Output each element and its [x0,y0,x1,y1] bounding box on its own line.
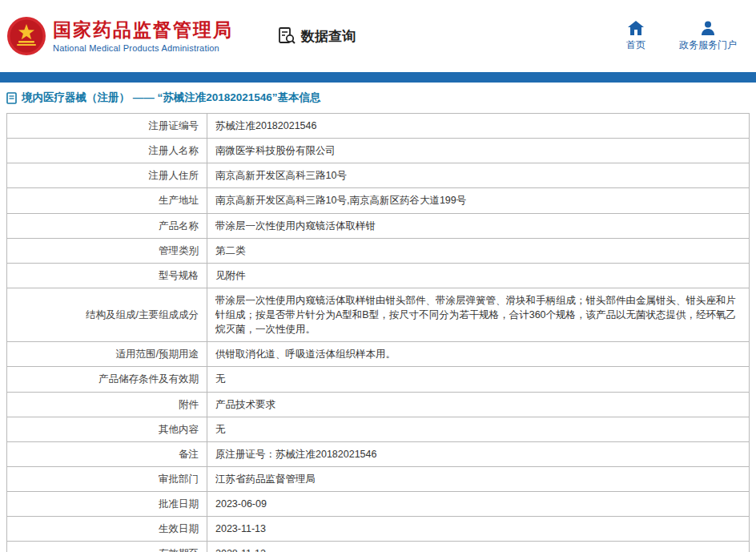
row-label: 附件 [7,392,207,417]
data-query-icon [277,26,296,46]
table-row: 有效期至2028-11-12 [7,542,750,552]
site-title: 国家药品监督管理局 [53,19,233,42]
row-label: 管理类别 [7,238,207,263]
table-row: 批准日期2023-06-09 [7,492,750,517]
row-value: 带涂层一次性使用内窥镜活体取样钳 [207,213,750,238]
table-row: 注册人名称南微医学科技股份有限公司 [7,139,750,163]
page-header: 国家药品监督管理局 National Medical Products Admi… [0,0,756,72]
row-value: 见附件 [207,263,750,288]
site-subtitle: National Medical Products Administration [53,43,233,53]
data-query-label: 数据查询 [301,27,356,46]
row-label: 结构及组成/主要组成成分 [7,288,207,341]
table-row: 注册证编号苏械注准20182021546 [7,114,750,139]
table-row: 附件产品技术要求 [7,392,750,417]
table-row: 生产地址南京高新开发区高科三路10号,南京高新区药谷大道199号 [7,188,750,213]
row-label: 批准日期 [7,492,207,517]
row-label: 注册人名称 [7,139,207,163]
breadcrumb: 境内医疗器械（注册） —— “苏械注准20182021546”基本信息 [0,83,756,111]
table-row: 注册人住所南京高新开发区高科三路10号 [7,163,750,188]
info-table-body: 注册证编号苏械注准20182021546注册人名称南微医学科技股份有限公司注册人… [7,114,750,552]
header-nav: 首页 政务服务门户 [620,21,745,52]
brand-text: 国家药品监督管理局 National Medical Products Admi… [53,19,233,53]
document-icon [6,92,17,104]
row-value: 带涂层一次性使用内窥镜活体取样钳由钳头部件、带涂层弹簧管、滑块和手柄组成；钳头部… [207,288,750,341]
row-value: 2023-11-13 [207,517,750,542]
row-label: 生产地址 [7,188,207,213]
row-value: 原注册证号：苏械注准20182021546 [207,441,750,466]
row-value: 2023-06-09 [207,492,750,517]
table-row: 生效日期2023-11-13 [7,517,750,542]
row-value: 第二类 [207,238,750,263]
row-value: 无 [207,417,750,441]
table-row: 其他内容无 [7,417,750,441]
row-value: 南微医学科技股份有限公司 [207,139,750,163]
row-value: 江苏省药品监督管理局 [207,466,750,491]
row-label: 审批部门 [7,466,207,491]
site-logo[interactable]: 国家药品监督管理局 National Medical Products Admi… [6,16,233,56]
table-row: 管理类别第二类 [7,238,750,263]
nav-home-label: 首页 [626,38,645,52]
nav-portal[interactable]: 政务服务门户 [679,21,737,52]
row-value: 无 [207,367,750,392]
row-value: 南京高新开发区高科三路10号 [207,163,750,188]
page-title: 境内医疗器械（注册） —— “苏械注准20182021546”基本信息 [22,91,321,105]
table-row: 备注原注册证号：苏械注准20182021546 [7,441,750,466]
row-value: 南京高新开发区高科三路10号,南京高新区药谷大道199号 [207,188,750,213]
data-query-tab[interactable]: 数据查询 [277,26,356,46]
row-label: 适用范围/预期用途 [7,342,207,367]
row-label: 其他内容 [7,417,207,441]
row-label: 备注 [7,441,207,466]
table-row: 适用范围/预期用途供钳取消化道、呼吸道活体组织样本用。 [7,342,750,367]
row-value: 产品技术要求 [207,392,750,417]
user-icon [701,21,715,35]
table-row: 产品储存条件及有效期无 [7,367,750,392]
row-label: 生效日期 [7,517,207,542]
row-label: 型号规格 [7,263,207,288]
table-row: 结构及组成/主要组成成分带涂层一次性使用内窥镜活体取样钳由钳头部件、带涂层弹簧管… [7,288,750,341]
table-row: 型号规格见附件 [7,263,750,288]
table-row: 产品名称带涂层一次性使用内窥镜活体取样钳 [7,213,750,238]
row-label: 有效期至 [7,542,207,552]
table-row: 审批部门江苏省药品监督管理局 [7,466,750,491]
home-icon [628,21,644,35]
row-value: 供钳取消化道、呼吸道活体组织样本用。 [207,342,750,367]
row-label: 产品储存条件及有效期 [7,367,207,392]
nav-home[interactable]: 首页 [620,21,652,52]
header-divider-bar [0,72,756,83]
registration-info-table: 注册证编号苏械注准20182021546注册人名称南微医学科技股份有限公司注册人… [6,113,750,552]
nav-portal-label: 政务服务门户 [679,38,737,52]
national-emblem-icon [6,16,46,56]
row-label: 注册证编号 [7,114,207,139]
row-value: 2028-11-12 [207,542,750,552]
row-label: 注册人住所 [7,163,207,188]
row-value: 苏械注准20182021546 [207,114,750,139]
row-label: 产品名称 [7,213,207,238]
